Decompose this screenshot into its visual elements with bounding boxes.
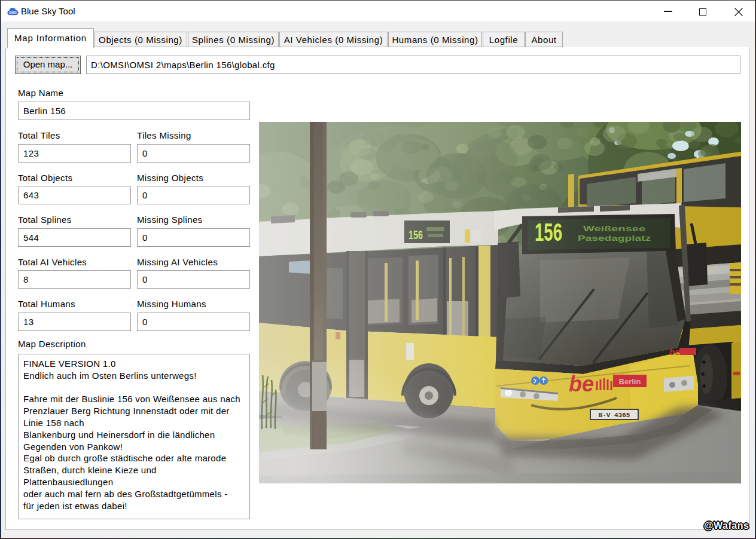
- svg-text:OMSI: OMSI: [9, 11, 17, 14]
